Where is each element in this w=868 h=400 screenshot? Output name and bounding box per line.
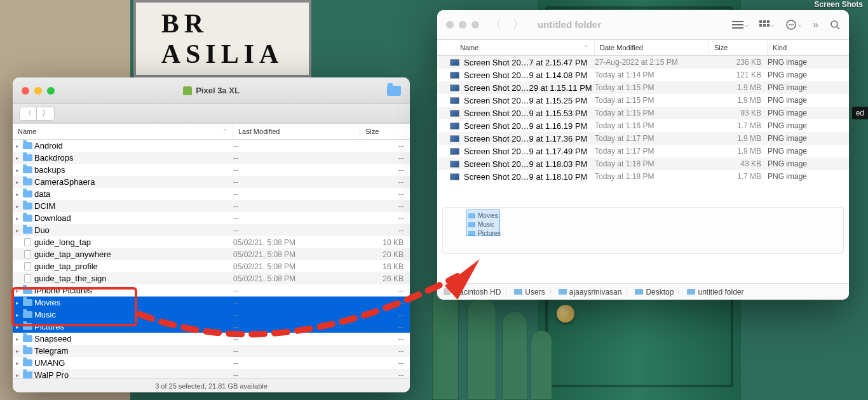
folder-row[interactable]: ▸Backdrops---- [13,152,410,164]
disclosure-triangle[interactable]: ▸ [13,203,22,210]
folder-row[interactable]: ▸Download---- [13,212,410,224]
dragged-folder-ghost: Music [468,220,818,229]
item-name: data [33,189,233,199]
file-list[interactable]: Screen Shot 20…7 at 2.15.47 PM27-Aug-202… [437,56,849,184]
file-list[interactable]: ▸Android----▸Backdrops----▸backups----▸C… [13,140,410,378]
column-header-row[interactable]: Name⌃ Date Modified Size Kind [437,39,849,56]
file-row[interactable]: Screen Shot 20…9 at 1.17.49 PMToday at 1… [437,145,849,157]
file-row[interactable]: Screen Shot 20…9 at 1.16.19 PMToday at 1… [437,119,849,132]
disclosure-triangle[interactable]: ▸ [13,360,22,366]
file-row[interactable]: guide_tap_profile05/02/21, 5:08 PM16 KB [13,260,410,272]
item-name: guide_tap_anywhere [33,250,233,259]
disclosure-triangle[interactable]: ▸ [13,227,22,234]
forward-button[interactable]: 〉 [513,17,524,32]
android-file-transfer-window[interactable]: Pixel 3a XL 〈 〉 Name⌃ Last Modified Size… [13,77,410,392]
file-row[interactable]: Screen Shot 20…7 at 2.15.47 PM27-Aug-202… [437,56,849,69]
file-row[interactable]: Screen Shot 20…9 at 1.15.53 PMToday at 1… [437,107,849,119]
disclosure-triangle[interactable]: ▸ [13,312,22,318]
item-size: 121 KB [709,70,768,79]
column-header-name[interactable]: Name⌃ [13,124,233,139]
minimize-button[interactable] [459,21,466,29]
folder-row[interactable]: ▸iPhone Pictures---- [13,284,410,297]
file-row[interactable]: guide_tap_anywhere05/02/21, 5:08 PM20 KB [13,248,410,260]
window-controls[interactable] [13,87,55,95]
file-row[interactable]: guide_long_tap05/02/21, 5:08 PM10 KB [13,236,410,248]
breadcrumb-item[interactable]: untitled folder [687,288,743,297]
folder-row[interactable]: ▸Telegram---- [13,345,410,357]
folder-row[interactable]: ▸WalP Pro---- [13,369,410,378]
disclosure-triangle[interactable]: ▸ [13,215,22,222]
folder-row[interactable]: ▸DCIM---- [13,200,410,212]
disclosure-triangle[interactable]: ▸ [13,288,22,294]
finder-window[interactable]: 〈 〉 untitled folder ⌵ ⌵ ⌵ » Name⌃ Date M… [437,10,849,300]
column-header-modified[interactable]: Date Modified [595,40,709,55]
disclosure-triangle[interactable]: ▸ [13,179,22,185]
folder-row[interactable]: ▸data---- [13,188,410,200]
item-name: iPhone Pictures [33,286,233,295]
item-size: 10 KB [360,238,410,247]
disclosure-triangle[interactable]: ▸ [13,143,22,149]
back-button[interactable]: 〈 [19,107,37,121]
file-row[interactable]: Screen Shot 20…9 at 1.18.10 PMToday at 1… [437,170,849,183]
item-modified: Today at 1:17 PM [595,134,709,143]
disclosure-triangle[interactable]: ▸ [13,191,22,197]
disclosure-triangle[interactable]: ▸ [13,372,22,378]
folder-row[interactable]: ▸Movies---- [13,297,410,309]
breadcrumb-item[interactable]: Macintosh HD [444,288,501,297]
file-row[interactable]: guide_tap_the_sign05/02/21, 5:08 PM26 KB [13,272,410,284]
folder-row[interactable]: ▸Snapseed---- [13,333,410,345]
forward-button[interactable]: 〉 [37,107,55,121]
view-list-icon[interactable]: ⌵ [732,20,748,29]
disclosure-triangle[interactable]: ▸ [13,336,22,342]
folder-row[interactable]: ▸Duo---- [13,224,410,236]
back-button[interactable]: 〈 [491,17,501,32]
breadcrumb-label: ajaaysrinivasan [569,288,622,297]
folder-row[interactable]: ▸Pictures---- [13,321,410,333]
window-controls[interactable] [437,21,479,29]
desktop-item-label[interactable]: Screen Shots [814,0,863,9]
file-row[interactable]: Screen Shot 20…9 at 1.18.03 PMToday at 1… [437,157,849,170]
close-button[interactable] [446,21,454,29]
folder-row[interactable]: ▸UMANG---- [13,357,410,369]
action-menu-icon[interactable]: ⌵ [785,19,801,30]
folder-icon [22,335,33,343]
file-row[interactable]: Screen Shot 20…9 at 1.15.25 PMToday at 1… [437,94,849,107]
overflow-icon[interactable]: » [813,19,818,30]
item-modified: -- [233,190,360,199]
file-row[interactable]: Screen Shot 20…9 at 1.14.08 PMToday at 1… [437,69,849,81]
column-header-row[interactable]: Name⌃ Last Modified Size [13,123,410,140]
breadcrumb-item[interactable]: Desktop [635,288,674,297]
zoom-button[interactable] [471,21,479,29]
drop-target-area[interactable]: MoviesMusicPictures [442,207,844,254]
disclosure-triangle[interactable]: ▸ [13,167,22,173]
file-row[interactable]: Screen Shot 20…29 at 1.15.11 PMToday at … [437,81,849,94]
item-name: guide_tap_profile [33,262,233,271]
disclosure-triangle[interactable]: ▸ [13,324,22,330]
breadcrumb-item[interactable]: ajaaysrinivasan [559,288,622,297]
disclosure-triangle[interactable]: ▸ [13,300,22,306]
view-grid-icon[interactable]: ⌵ [759,20,774,29]
zoom-button[interactable] [47,87,55,95]
new-folder-button[interactable] [387,86,401,96]
folder-row[interactable]: ▸Android---- [13,140,410,152]
disclosure-triangle[interactable]: ▸ [13,348,22,354]
folder-row[interactable]: ▸Music---- [13,309,410,321]
column-header-kind[interactable]: Kind [768,40,849,55]
minimize-button[interactable] [34,87,42,95]
column-header-size[interactable]: Size [709,40,768,55]
file-row[interactable]: Screen Shot 20…9 at 1.17.36 PMToday at 1… [437,132,849,145]
search-icon[interactable] [830,20,840,30]
item-modified: 05/02/21, 5:08 PM [233,274,360,283]
column-header-name[interactable]: Name⌃ [437,40,595,55]
item-name: WalP Pro [33,370,233,378]
column-header-size[interactable]: Size [360,124,410,139]
item-size: -- [360,154,410,163]
close-button[interactable] [22,87,29,95]
column-header-modified[interactable]: Last Modified [233,124,360,139]
folder-row[interactable]: ▸backups---- [13,164,410,176]
breadcrumb-item[interactable]: Users [514,288,545,297]
path-bar[interactable]: Macintosh HD〉Users〉ajaaysrinivasan〉Deskt… [437,283,849,300]
folder-row[interactable]: ▸CameraSphaera---- [13,176,410,188]
item-name: guide_tap_the_sign [33,274,233,283]
disclosure-triangle[interactable]: ▸ [13,155,22,161]
